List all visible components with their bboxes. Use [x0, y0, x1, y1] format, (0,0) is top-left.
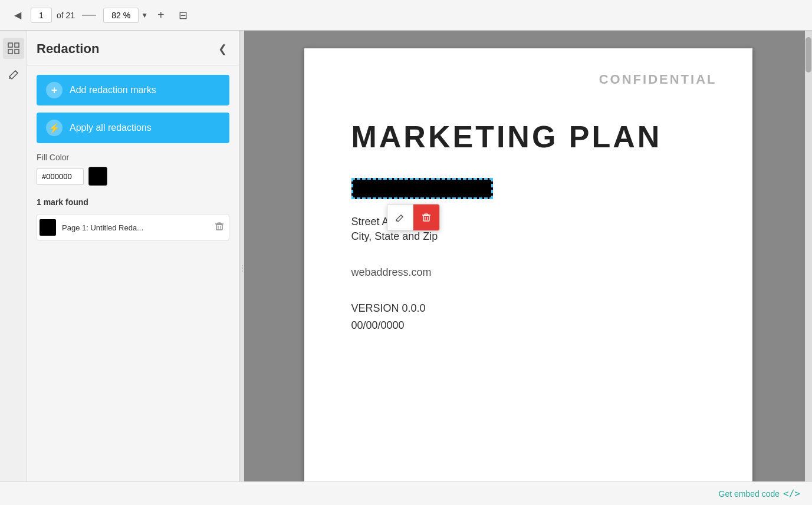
grid-icon — [8, 42, 19, 54]
fill-color-swatch[interactable] — [88, 167, 107, 186]
scrollbar-thumb[interactable] — [806, 37, 811, 72]
svg-rect-11 — [425, 214, 428, 215]
prev-page-button[interactable]: ◀ — [9, 7, 26, 23]
confidential-watermark: CONFIDENTIAL — [599, 72, 717, 87]
apply-redactions-button[interactable]: ⚡ Apply all redactions — [37, 113, 229, 143]
add-redaction-button[interactable]: + Add redaction marks — [37, 75, 229, 105]
svg-rect-2 — [8, 49, 12, 54]
svg-rect-1 — [15, 43, 19, 47]
page-container: CONFIDENTIAL MARKETING PLAN — [304, 48, 752, 505]
document-address-2: City, State and Zip — [351, 230, 705, 243]
mark-item: Page 1: Untitled Reda... — [37, 214, 229, 241]
marks-list: Page 1: Untitled Reda... — [37, 214, 229, 241]
mark-delete-button[interactable] — [212, 219, 226, 236]
trash-icon — [215, 222, 224, 231]
svg-rect-9 — [423, 216, 429, 221]
document-area: CONFIDENTIAL MARKETING PLAN — [244, 31, 812, 505]
fill-color-input[interactable] — [37, 168, 84, 185]
panel-title: Redaction — [37, 41, 99, 57]
lightning-icon: ⚡ — [46, 120, 63, 136]
add-redaction-label: Add redaction marks — [70, 85, 156, 95]
redaction-delete-button[interactable] — [413, 204, 439, 230]
total-pages-label: of 21 — [57, 11, 75, 20]
svg-rect-4 — [216, 225, 222, 230]
svg-rect-0 — [8, 43, 12, 47]
layout-button[interactable]: ⊟ — [174, 6, 192, 24]
zoom-input[interactable] — [103, 8, 139, 23]
toolbar: ◀ of 21 ▼ + ⊟ — [0, 0, 812, 31]
mark-thumbnail — [40, 219, 56, 236]
panel-body: + Add redaction marks ⚡ Apply all redact… — [27, 65, 239, 250]
pencil-icon — [8, 68, 19, 80]
embed-code-icon: </> — [783, 488, 800, 499]
grid-icon-button[interactable] — [3, 38, 24, 59]
panel-header: Redaction ❮ — [27, 31, 239, 65]
document-web: webaddress.com — [351, 266, 705, 279]
redaction-mark-container — [351, 178, 493, 199]
zoom-dropdown-button[interactable]: ▼ — [141, 11, 148, 19]
apply-redactions-label: Apply all redactions — [70, 123, 152, 133]
marks-found-label: 1 mark found — [37, 197, 229, 207]
redaction-bar[interactable] — [351, 178, 493, 199]
fill-color-row — [37, 167, 229, 186]
scrollbar-track[interactable] — [805, 31, 812, 505]
resize-handle[interactable]: ⋮ — [239, 31, 244, 505]
svg-rect-3 — [15, 49, 19, 54]
main-layout: Redaction ❮ + Add redaction marks ⚡ Appl… — [0, 31, 812, 505]
bottom-bar: Get embed code </> — [0, 481, 812, 505]
edit-icon — [395, 213, 405, 222]
fill-color-label: Fill Color — [37, 153, 229, 162]
document-date: 00/00/0000 — [351, 319, 705, 332]
side-panel: Redaction ❮ + Add redaction marks ⚡ Appl… — [27, 31, 239, 505]
zoom-control: ▼ — [103, 8, 148, 23]
edit-icon-button[interactable] — [3, 64, 24, 85]
add-page-button[interactable]: + — [153, 6, 169, 24]
page-number-input[interactable] — [31, 8, 52, 23]
add-icon-circle: + — [46, 82, 63, 98]
embed-code-label: Get embed code — [719, 489, 780, 499]
embed-code-link[interactable]: Get embed code </> — [719, 488, 800, 499]
fill-color-section: Fill Color — [37, 150, 229, 188]
panel-collapse-button[interactable]: ❮ — [216, 40, 229, 58]
icon-strip — [0, 31, 27, 505]
redaction-popup — [387, 204, 440, 231]
svg-rect-6 — [218, 223, 221, 224]
delete-trash-icon — [422, 213, 431, 222]
document-version: VERSION 0.0.0 — [351, 302, 705, 315]
document-title: MARKETING PLAN — [351, 119, 705, 154]
page-divider — [82, 15, 96, 16]
redaction-edit-button[interactable] — [387, 204, 413, 230]
mark-label: Page 1: Untitled Reda... — [62, 223, 206, 232]
